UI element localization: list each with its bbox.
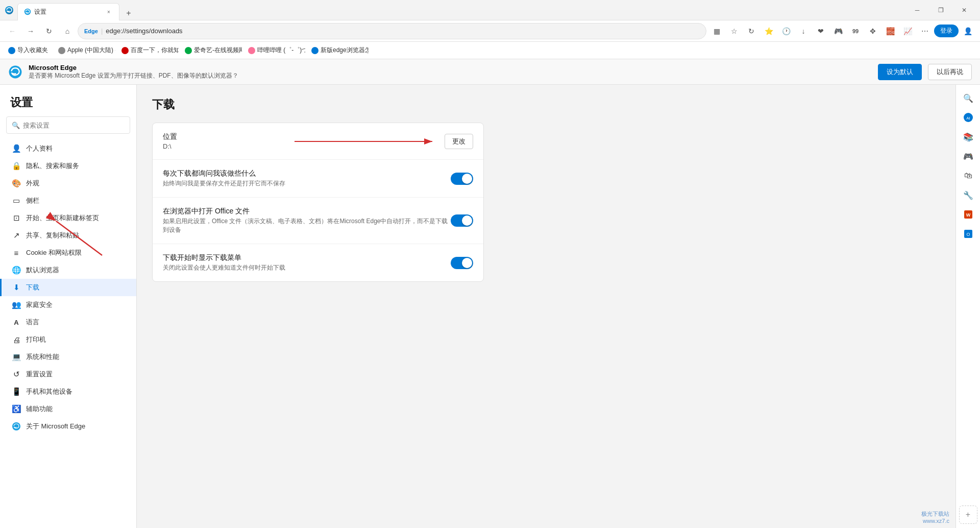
signin-button[interactable]: 登录 [934, 25, 959, 37]
sidebar-item-about[interactable]: 关于 Microsoft Edge [0, 418, 136, 435]
svg-text:AI: AI [966, 116, 970, 121]
bookmark-edge-tips[interactable]: 新版edge浏览器怎… [307, 44, 369, 56]
maximize-button[interactable]: ❐ [929, 0, 952, 20]
tab-close-button[interactable]: × [105, 8, 113, 16]
collections-button[interactable]: ⭐ [761, 23, 777, 39]
search-input[interactable] [23, 122, 125, 129]
location-row-right: 更改 [445, 134, 473, 149]
sidebar-item-default-browser[interactable]: 🌐 默认浏览器 [0, 261, 136, 279]
refresh-page-button[interactable]: ↻ [743, 23, 760, 39]
sidebar-item-label: Cookie 和网站权限 [26, 248, 82, 257]
new-tab-button[interactable]: + [121, 6, 136, 20]
sidebar-item-reset[interactable]: ↺ 重置设置 [0, 366, 136, 383]
sidebar-item-mobile[interactable]: 📱 手机和其他设备 [0, 383, 136, 400]
toggle-download-menu[interactable] [451, 257, 473, 269]
settings-row-content: 下载开始时显示下载菜单 关闭此设置会使人更难知道文件何时开始下载 [163, 253, 451, 272]
sidebar-item-label: 打印机 [26, 335, 46, 344]
sidebar-item-language[interactable]: A 语言 [0, 314, 136, 331]
default-browser-icon: 🌐 [12, 266, 21, 275]
forward-button[interactable]: → [22, 23, 39, 39]
history-button[interactable]: 🕐 [778, 23, 794, 39]
sidebar-item-privacy[interactable]: 🔒 隐私、搜索和服务 [0, 157, 136, 175]
settings-row-office: 在浏览器中打开 Office 文件 如果启用此设置，Office 文件（演示文稿… [153, 198, 483, 244]
refresh-button[interactable]: ↻ [41, 23, 57, 39]
sidebar-item-profile[interactable]: 👤 个人资料 [0, 140, 136, 157]
outlook-icon: O [963, 229, 973, 239]
later-button[interactable]: 以后再说 [928, 64, 972, 80]
profile-button[interactable]: 📈 [899, 23, 916, 39]
toggle-ask[interactable] [451, 173, 473, 185]
search-box[interactable]: 🔍 [6, 116, 130, 134]
notification-bar: Microsoft Edge 是否要将 Microsoft Edge 设置为用于… [0, 59, 980, 85]
sidebar-item-accessibility[interactable]: ♿ 辅助功能 [0, 400, 136, 418]
content-area: 下载 位置 D:\ [137, 85, 955, 528]
tab-favicon [24, 8, 31, 15]
settings-desc-ask: 始终询问我是要保存文件还是打开它而不保存 [163, 179, 451, 188]
bookmark-label: 百度一下，你就知道 [131, 46, 179, 55]
sidebar-item-label: 开始、主页和新建标签页 [26, 213, 99, 223]
bookmark-icon [121, 47, 129, 54]
toggle-knob [462, 174, 472, 184]
active-tab[interactable]: 设置 × [17, 3, 119, 20]
avatar-button[interactable]: 👤 [960, 23, 976, 39]
profile-icon: 👤 [12, 144, 21, 153]
page-title: 下载 [152, 97, 940, 112]
minimize-button[interactable]: ─ [905, 0, 929, 20]
downloads-button[interactable]: ↓ [795, 23, 812, 39]
sidebar-item-startup[interactable]: ⊡ 开始、主页和新建标签页 [0, 209, 136, 227]
sidebar-item-printer[interactable]: 🖨 打印机 [0, 331, 136, 348]
office-icon: W [963, 209, 973, 220]
right-icon-copilot[interactable]: AI [959, 108, 977, 127]
back-button[interactable]: ← [4, 23, 20, 39]
right-icon-shopping[interactable]: 🛍 [959, 166, 977, 185]
bookmark-bilibili[interactable]: 哔哩哔哩 (゜-゜)つ… [244, 44, 305, 56]
settings-row-ask: 每次下载都询问我该做些什么 始终询问我是要保存文件还是打开它而不保存 [153, 160, 483, 198]
right-icon-add[interactable]: + [959, 506, 977, 524]
settings-label-download-menu: 下载开始时显示下载菜单 [163, 253, 451, 262]
bookmark-import[interactable]: 导入收藏夹 [4, 44, 52, 56]
privacy-icon: 🔒 [12, 161, 21, 171]
sidebar-item-label: 共享、复制和粘贴 [26, 231, 79, 240]
heart-button[interactable]: ❤ [813, 23, 829, 39]
bookmark-apple[interactable]: Apple (中国大陆) -… [54, 44, 115, 56]
sidebar-item-system[interactable]: 💻 系统和性能 [0, 348, 136, 366]
watermark: 极光下载站 www.xz7.c [921, 510, 949, 524]
sharing-icon: ↗ [12, 231, 21, 240]
right-icon-collections[interactable]: 📚 [959, 128, 977, 146]
right-icon-search[interactable]: 🔍 [959, 89, 977, 107]
favorites-button[interactable]: ☆ [726, 23, 742, 39]
change-location-button[interactable]: 更改 [445, 134, 473, 149]
accessibility-icon: ♿ [12, 404, 21, 414]
sidebar-item-cookies[interactable]: ≡ Cookie 和网站权限 [0, 244, 136, 261]
reading-view-button[interactable]: ▦ [708, 23, 725, 39]
edge-favicon [4, 5, 14, 15]
apps-button[interactable]: ✥ [865, 23, 881, 39]
settings-desc-download-menu: 关闭此设置会使人更难知道文件何时开始下载 [163, 263, 451, 272]
sidebar-item-label: 侧栏 [26, 196, 39, 205]
right-icon-games[interactable]: 🎮 [959, 147, 977, 165]
sidebar-item-downloads[interactable]: ⬇ 下载 [0, 279, 136, 296]
sidebar-item-family[interactable]: 👥 家庭安全 [0, 296, 136, 314]
sidebar-item-label: 关于 Microsoft Edge [26, 422, 85, 431]
bookmark-iqiyi[interactable]: 爱奇艺-在线视频网… [181, 44, 242, 56]
close-button[interactable]: ✕ [952, 0, 976, 20]
sidebar-item-appearance[interactable]: 🎨 外观 [0, 175, 136, 192]
bookmark-baidu[interactable]: 百度一下，你就知道 [117, 44, 179, 56]
right-icon-outlook[interactable]: O [959, 225, 977, 243]
extensions-button[interactable]: 🧱 [882, 23, 898, 39]
bookmark-label: 新版edge浏览器怎… [321, 46, 369, 55]
settings-menu-button[interactable]: ⋯ [917, 23, 933, 39]
watermark-line1: 极光下载站 [921, 510, 949, 518]
set-default-button[interactable]: 设为默认 [878, 64, 922, 80]
counter-button[interactable]: 99 [847, 23, 864, 39]
toggle-office[interactable] [451, 214, 473, 227]
sidebar-item-sidebar[interactable]: ▭ 侧栏 [0, 192, 136, 209]
games-button[interactable]: 🎮 [830, 23, 846, 39]
sidebar-item-sharing[interactable]: ↗ 共享、复制和粘贴 [0, 227, 136, 244]
address-bar[interactable]: Edge | edge://settings/downloads [78, 23, 706, 39]
bookmark-icon [58, 47, 65, 54]
home-button[interactable]: ⌂ [59, 23, 76, 39]
right-icon-office[interactable]: W [959, 205, 977, 224]
notification-content: Microsoft Edge 是否要将 Microsoft Edge 设置为用于… [29, 64, 238, 80]
right-icon-tools[interactable]: 🔧 [959, 186, 977, 204]
